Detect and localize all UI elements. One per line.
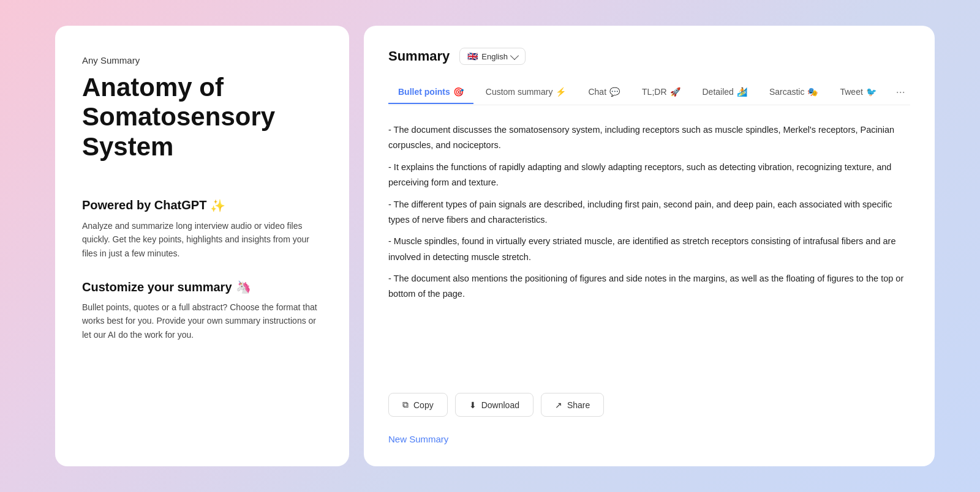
- tab-tldr[interactable]: TL;DR 🚀: [632, 81, 690, 104]
- language-selector[interactable]: 🇬🇧 English: [459, 48, 526, 65]
- feature-customize: Customize your summary 🦄 Bullet points, …: [82, 280, 322, 341]
- summary-bullet-1: - The document discusses the somatosenso…: [388, 122, 910, 154]
- any-summary-label: Any Summary: [82, 55, 322, 65]
- tabs-row: Bullet points 🎯 Custom summary ⚡ Chat 💬 …: [388, 80, 910, 105]
- flag-icon: 🇬🇧: [467, 51, 478, 61]
- tab-bullet-points[interactable]: Bullet points 🎯: [388, 81, 473, 104]
- summary-content: - The document discusses the somatosenso…: [388, 122, 910, 376]
- right-panel: Summary 🇬🇧 English Bullet points 🎯 Custo…: [364, 26, 935, 466]
- main-container: Any Summary Anatomy of Somatosensory Sys…: [55, 26, 925, 466]
- tab-sarcastic[interactable]: Sarcastic 🎭: [760, 81, 828, 104]
- summary-bullet-2: - It explains the functions of rapidly a…: [388, 160, 910, 191]
- feature-customize-title: Customize your summary 🦄: [82, 280, 322, 294]
- left-panel: Any Summary Anatomy of Somatosensory Sys…: [55, 26, 349, 466]
- copy-icon: ⧉: [402, 400, 409, 410]
- tab-tweet[interactable]: Tweet 🐦: [830, 81, 886, 104]
- new-summary-link[interactable]: New Summary: [388, 434, 910, 444]
- feature-chatgpt-title: Powered by ChatGPT ✨: [82, 198, 322, 213]
- tab-chat[interactable]: Chat 💬: [578, 81, 630, 104]
- tab-custom-summary[interactable]: Custom summary ⚡: [476, 81, 576, 104]
- share-button[interactable]: ↗ Share: [541, 393, 604, 417]
- summary-header: Summary 🇬🇧 English: [388, 48, 910, 65]
- summary-title: Summary: [388, 48, 450, 64]
- feature-chatgpt-desc: Analyze and summarize long interview aud…: [82, 219, 322, 260]
- language-label: English: [481, 52, 508, 61]
- download-icon: ⬇: [469, 400, 477, 410]
- tab-detailed[interactable]: Detailed 🏄: [693, 81, 757, 104]
- download-button[interactable]: ⬇ Download: [455, 393, 533, 417]
- feature-customize-desc: Bullet points, quotes or a full abstract…: [82, 300, 322, 341]
- copy-button[interactable]: ⧉ Copy: [388, 393, 448, 417]
- summary-bullet-5: - The document also mentions the positio…: [388, 271, 910, 302]
- summary-bullet-4: - Muscle spindles, found in virtually ev…: [388, 234, 910, 265]
- doc-title: Anatomy of Somatosensory System: [82, 73, 322, 162]
- tabs-more-button[interactable]: ···: [891, 80, 910, 105]
- action-buttons: ⧉ Copy ⬇ Download ↗ Share: [388, 393, 910, 417]
- chevron-down-icon: [510, 51, 519, 59]
- feature-chatgpt: Powered by ChatGPT ✨ Analyze and summari…: [82, 198, 322, 260]
- share-icon: ↗: [555, 400, 562, 410]
- summary-bullet-3: - The different types of pain signals ar…: [388, 197, 910, 228]
